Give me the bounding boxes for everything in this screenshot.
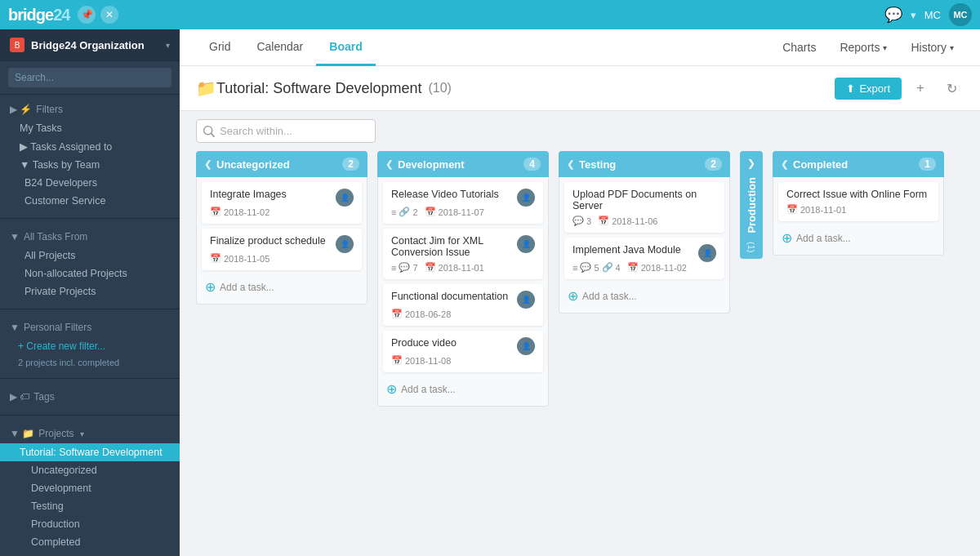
tags-header[interactable]: ▶ 🏷 Tags xyxy=(0,387,180,407)
expand-production-icon: ❯ xyxy=(747,151,755,169)
column-header-development: ❮ Development 4 xyxy=(377,151,549,177)
refresh-icon[interactable]: ↻ xyxy=(939,76,964,100)
calendar-icon: 📅 xyxy=(786,204,798,215)
sidebar-item-tutorial-construction[interactable]: ▶ Tutorial: Construction xyxy=(0,551,180,556)
calendar-icon: 📅 xyxy=(627,262,639,273)
task-date: 📅 2018-11-02 xyxy=(627,262,687,273)
create-filter[interactable]: + Create new filter... xyxy=(0,337,180,355)
add-icon[interactable]: + xyxy=(908,76,933,100)
col-chevron-completed[interactable]: ❮ xyxy=(781,159,788,170)
tab-charts[interactable]: Charts xyxy=(773,29,826,66)
tab-grid[interactable]: Grid xyxy=(196,29,243,66)
tab-history[interactable]: History ▾ xyxy=(901,29,964,66)
avatar: 👤 xyxy=(336,235,354,253)
sidebar-item-production[interactable]: Production xyxy=(0,515,180,533)
task-title: Correct Issue with Online Form xyxy=(786,189,927,200)
table-row[interactable]: Implement Java Module 👤 ≡ 💬 5 🔗 4 xyxy=(564,238,724,279)
folder-icon: 📁 xyxy=(196,78,216,98)
task-title: Implement Java Module xyxy=(572,244,681,256)
export-button[interactable]: ⬆ Export xyxy=(835,78,902,100)
projects-icon: ▼ 📁 xyxy=(10,428,34,439)
add-plus-icon: ⊕ xyxy=(205,279,216,295)
task-title: Upload PDF Documents on Server xyxy=(572,189,716,211)
close-icon[interactable]: ✕ xyxy=(100,6,118,24)
column-header-uncategorized: ❮ Uncategorized 2 xyxy=(196,151,368,177)
table-row[interactable]: Finalize product schedule 👤 📅 2018-11-05 xyxy=(202,229,362,270)
column-production[interactable]: ❯ Production (1) xyxy=(740,151,763,259)
sidebar-item-tasks-by-team[interactable]: ▼ Tasks by Team xyxy=(0,156,180,174)
task-title: Functional documentation xyxy=(391,291,508,302)
board-search-input[interactable] xyxy=(196,119,376,143)
column-body-testing: Upload PDF Documents on Server 💬 3 📅 201… xyxy=(559,177,730,314)
search-box xyxy=(0,61,180,95)
table-row[interactable]: Upload PDF Documents on Server 💬 3 📅 201… xyxy=(564,182,724,233)
comment-icon: 💬 xyxy=(572,216,584,226)
chat-icon[interactable]: 💬 xyxy=(884,6,902,24)
org-selector[interactable]: B Bridge24 Organization ▾ xyxy=(0,29,180,61)
sidebar-item-b24-devs[interactable]: B24 Developers xyxy=(0,174,180,192)
task-meta-icons: 💬 3 xyxy=(572,216,591,226)
column-uncategorized: ❮ Uncategorized 2 Integrate Images 👤 xyxy=(196,151,368,305)
subtask-icon: 🔗 xyxy=(602,262,613,273)
filters-header[interactable]: ▶ ⚡ Filters xyxy=(0,100,180,119)
sidebar-item-development[interactable]: Development xyxy=(0,479,180,497)
table-row[interactable]: Functional documentation 👤 📅 2018-06-28 xyxy=(383,284,543,326)
sidebar-item-customer-service[interactable]: Customer Service xyxy=(0,192,180,210)
sidebar-item-tasks-assigned[interactable]: ▶ Tasks Assigned to xyxy=(0,137,180,156)
user-label: MC xyxy=(924,9,941,21)
sidebar-item-my-tasks[interactable]: My Tasks xyxy=(0,119,180,137)
calendar-icon: 📅 xyxy=(598,216,609,226)
expand-all-tasks-icon: ▼ xyxy=(10,231,20,242)
task-title: Finalize product schedule xyxy=(210,235,326,247)
add-task-development[interactable]: ⊕ Add a task... xyxy=(383,377,543,401)
history-caret: ▾ xyxy=(950,43,954,52)
sidebar-item-testing[interactable]: Testing xyxy=(0,497,180,515)
sidebar-item-completed[interactable]: Completed xyxy=(0,533,180,551)
table-row[interactable]: Integrate Images 👤 📅 2018-11-02 xyxy=(202,182,362,224)
expand-icon-team: ▼ xyxy=(20,159,33,171)
col-title-development: Development xyxy=(398,158,519,171)
sidebar-search-input[interactable] xyxy=(8,68,172,87)
sidebar-item-private-projects[interactable]: Private Projects xyxy=(0,282,180,300)
avatar: 👤 xyxy=(517,189,535,207)
add-task-completed[interactable]: ⊕ Add a task... xyxy=(778,226,938,250)
sidebar-item-all-projects[interactable]: All Projects xyxy=(0,247,180,265)
col-count-uncategorized: 2 xyxy=(342,158,359,171)
column-body-uncategorized: Integrate Images 👤 📅 2018-11-02 xyxy=(196,177,368,305)
column-body-development: Release Video Tutorials 👤 ≡ 🔗 2 xyxy=(377,177,549,407)
column-development: ❮ Development 4 Release Video Tutorials … xyxy=(377,151,549,407)
calendar-icon: 📅 xyxy=(425,262,436,273)
sidebar-item-active-project[interactable]: Tutorial: Software Development xyxy=(0,443,180,461)
pin-icon[interactable]: 📌 xyxy=(78,6,96,24)
tab-board[interactable]: Board xyxy=(316,29,375,66)
table-row[interactable]: Contact Jim for XML Conversion Issue 👤 ≡… xyxy=(383,229,543,279)
add-task-testing[interactable]: ⊕ Add a task... xyxy=(564,284,724,308)
sidebar-item-non-allocated[interactable]: Non-allocated Projects xyxy=(0,265,180,282)
comment-icon: 💬 xyxy=(580,262,591,273)
calendar-icon: 📅 xyxy=(425,207,436,217)
col-chevron-testing[interactable]: ❮ xyxy=(567,159,574,170)
avatar[interactable]: MC xyxy=(949,3,972,26)
table-row[interactable]: Release Video Tutorials 👤 ≡ 🔗 2 xyxy=(383,182,543,224)
col-title-uncategorized: Uncategorized xyxy=(216,158,337,171)
tab-calendar[interactable]: Calendar xyxy=(243,29,316,66)
table-row[interactable]: Produce video 👤 📅 2018-11-08 xyxy=(383,331,543,372)
projects-header[interactable]: ▼ 📁 Projects ▾ xyxy=(0,424,180,443)
task-date: 📅 2018-11-01 xyxy=(786,204,846,215)
col-chevron-uncategorized[interactable]: ❮ xyxy=(204,159,212,170)
board-container: ❮ Uncategorized 2 Integrate Images 👤 xyxy=(180,111,980,556)
add-task-uncategorized[interactable]: ⊕ Add a task... xyxy=(202,275,362,299)
task-date: 📅 2018-11-06 xyxy=(598,216,657,226)
org-caret: ▾ xyxy=(166,41,170,50)
page-header: 📁 Tutorial: Software Development (10) ⬆ … xyxy=(180,66,980,111)
col-count-completed: 1 xyxy=(919,158,936,171)
col-chevron-development[interactable]: ❮ xyxy=(385,159,393,170)
subtask-icon: 🔗 xyxy=(399,207,410,217)
all-tasks-header[interactable]: ▼ All Tasks From xyxy=(0,227,180,247)
column-header-completed: ❮ Completed 1 xyxy=(773,151,944,177)
sidebar-item-uncategorized[interactable]: Uncategorized xyxy=(0,461,180,479)
table-row[interactable]: Correct Issue with Online Form 📅 2018-11… xyxy=(778,182,938,221)
org-name: Bridge24 Organization xyxy=(31,39,159,51)
personal-filters-header[interactable]: ▼ Personal Filters xyxy=(0,318,180,337)
tab-reports[interactable]: Reports ▾ xyxy=(830,29,897,66)
